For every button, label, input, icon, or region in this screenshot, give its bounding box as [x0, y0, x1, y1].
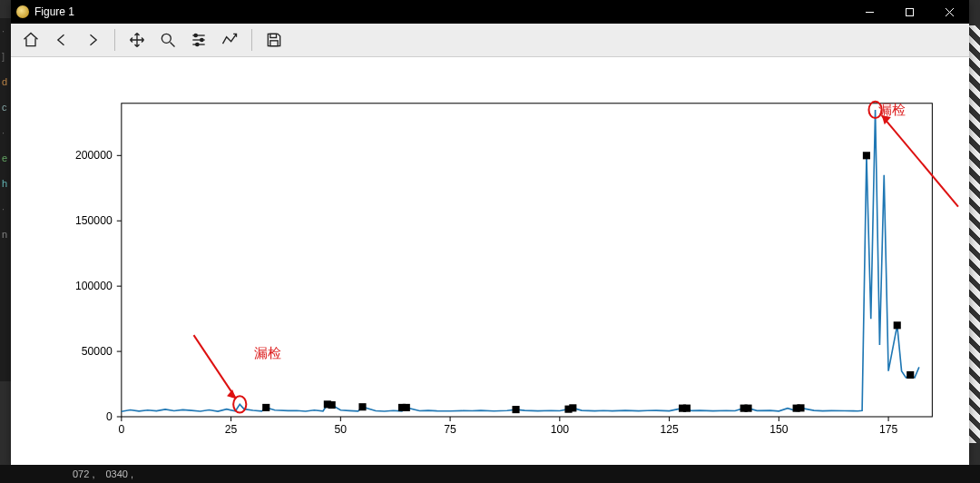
- bg-text-a: 072 ,: [73, 468, 94, 479]
- background-bottom-fragment: 072 , 0340 ,: [0, 465, 980, 483]
- plot-area[interactable]: 0500001000001500002000000255075100125150…: [11, 57, 969, 465]
- bg-text-b: 0340 ,: [105, 468, 133, 479]
- figure-window: Figure 1: [11, 0, 969, 465]
- svg-text:0: 0: [106, 410, 113, 423]
- minimize-button[interactable]: [849, 0, 889, 24]
- svg-rect-43: [328, 401, 336, 409]
- svg-point-11: [196, 43, 199, 45]
- window-title: Figure 1: [34, 5, 74, 18]
- edit-button[interactable]: [215, 26, 244, 54]
- svg-rect-57: [894, 321, 901, 329]
- svg-rect-1: [906, 8, 913, 15]
- svg-text:175: 175: [879, 423, 898, 436]
- background-right-fragment: [969, 25, 980, 443]
- matplotlib-toolbar: [11, 24, 969, 57]
- save-button[interactable]: [260, 26, 289, 54]
- toolbar-separator: [114, 29, 115, 51]
- svg-rect-49: [569, 404, 576, 411]
- svg-marker-61: [227, 389, 236, 399]
- svg-rect-12: [270, 34, 277, 37]
- svg-point-4: [162, 34, 171, 43]
- svg-text:200000: 200000: [75, 149, 113, 162]
- svg-rect-51: [683, 405, 691, 412]
- svg-text:25: 25: [225, 423, 238, 436]
- svg-text:150000: 150000: [75, 214, 113, 227]
- chart-svg: 0500001000001500002000000255075100125150…: [11, 57, 969, 463]
- svg-point-10: [201, 38, 203, 41]
- annotation-miss-2: 漏检: [878, 102, 906, 119]
- forward-button[interactable]: [78, 26, 107, 54]
- svg-text:75: 75: [444, 423, 456, 436]
- svg-text:50000: 50000: [82, 345, 113, 358]
- pan-button[interactable]: [122, 26, 152, 54]
- close-button[interactable]: [929, 0, 969, 24]
- svg-rect-44: [358, 403, 366, 410]
- svg-text:50: 50: [335, 423, 348, 436]
- zoom-button[interactable]: [153, 26, 182, 54]
- svg-rect-55: [797, 404, 804, 411]
- svg-text:150: 150: [769, 423, 789, 436]
- svg-text:0: 0: [118, 423, 124, 436]
- svg-line-5: [171, 43, 175, 47]
- app-icon: [16, 5, 29, 18]
- svg-point-9: [194, 34, 197, 36]
- svg-rect-47: [512, 406, 519, 413]
- back-button[interactable]: [47, 26, 76, 54]
- toolbar-separator: [251, 29, 252, 51]
- titlebar: Figure 1: [11, 0, 969, 24]
- home-button[interactable]: [16, 26, 45, 54]
- svg-rect-53: [744, 405, 751, 412]
- svg-rect-56: [863, 152, 870, 159]
- maximize-button[interactable]: [889, 0, 929, 24]
- svg-rect-14: [122, 104, 933, 417]
- svg-rect-58: [906, 371, 914, 379]
- svg-text:100: 100: [551, 423, 570, 436]
- svg-text:125: 125: [660, 423, 679, 436]
- configure-button[interactable]: [184, 26, 213, 54]
- svg-rect-41: [262, 404, 270, 411]
- svg-line-63: [882, 115, 958, 207]
- svg-line-60: [193, 335, 236, 399]
- annotation-miss-1: 漏检: [254, 345, 281, 362]
- svg-rect-13: [270, 41, 278, 46]
- svg-text:100000: 100000: [75, 280, 113, 292]
- svg-rect-46: [403, 404, 410, 411]
